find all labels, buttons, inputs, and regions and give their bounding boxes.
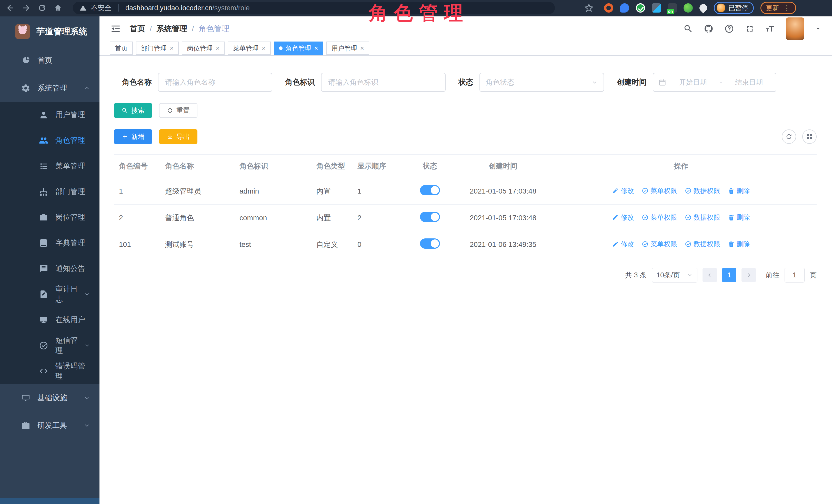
home-icon[interactable] (53, 3, 62, 12)
status-select[interactable]: 角色状态 (479, 73, 604, 92)
sidebar-item-首页[interactable]: 首页 (0, 47, 100, 74)
close-icon[interactable]: × (262, 45, 265, 52)
reload-icon[interactable] (37, 3, 47, 12)
role-code-input[interactable] (321, 73, 446, 92)
blue-grid-extension-icon[interactable] (652, 3, 661, 12)
sidebar-item-错误码管理[interactable]: 错误码管理 (0, 359, 100, 384)
action-修改[interactable]: 修改 (612, 186, 634, 195)
hamburger-icon[interactable] (110, 23, 121, 34)
tab-用户管理[interactable]: 用户管理× (327, 42, 369, 55)
page-size-select[interactable]: 10条/页 (652, 268, 697, 283)
add-button[interactable]: 新增 (114, 129, 152, 144)
green-check-extension-icon[interactable] (636, 3, 645, 12)
address-bar[interactable]: 不安全 dashboard.yudao.iocoder.cn/system/ro… (73, 2, 555, 14)
reset-button[interactable]: 重置 (159, 103, 198, 118)
update-chip[interactable]: 更新 ⋮ (760, 2, 796, 14)
column-settings-button[interactable] (802, 130, 816, 144)
orange-ring-extension-icon[interactable] (604, 3, 613, 12)
security-label[interactable]: 不安全 (91, 3, 111, 12)
refresh-button[interactable] (782, 130, 796, 144)
close-icon[interactable]: × (170, 45, 174, 52)
tab-角色管理[interactable]: 角色管理× (274, 42, 323, 55)
tab-label: 首页 (115, 44, 128, 53)
tab-岗位管理[interactable]: 岗位管理× (182, 42, 225, 55)
goto-page-input[interactable] (785, 268, 805, 283)
start-date-placeholder[interactable]: 开始日期 (671, 78, 715, 87)
action-删除[interactable]: 删除 (728, 213, 750, 222)
page-1-button[interactable]: 1 (722, 268, 736, 282)
search-button[interactable]: 搜索 (114, 103, 152, 118)
action-修改[interactable]: 修改 (612, 213, 634, 222)
tab-部门管理[interactable]: 部门管理× (136, 42, 179, 55)
sidebar-item-通知公告[interactable]: 通知公告 (0, 256, 100, 282)
font-size-icon[interactable] (765, 24, 775, 33)
github-icon[interactable] (704, 24, 713, 33)
status-toggle[interactable] (420, 185, 440, 195)
action-修改[interactable]: 修改 (612, 240, 634, 249)
white-pin-extension-icon[interactable] (698, 3, 709, 13)
action-数据权限[interactable]: 数据权限 (685, 213, 720, 222)
actions-cell: 修改菜单权限数据权限删除 (545, 205, 816, 231)
date-range-picker[interactable]: 开始日期 - 结束日期 (653, 73, 776, 92)
user-avatar[interactable] (786, 18, 804, 40)
actions-cell: 修改菜单权限数据权限删除 (545, 178, 816, 205)
sidebar-item-研发工具[interactable]: 研发工具 (0, 412, 100, 440)
end-date-placeholder[interactable]: 结束日期 (727, 78, 771, 87)
role-code-cell: admin (234, 178, 311, 205)
sidebar-item-审计日志[interactable]: 审计日志 (0, 282, 100, 307)
sidebar-item-部门管理[interactable]: 部门管理 (0, 179, 100, 205)
sidebar-item-菜单管理[interactable]: 菜单管理 (0, 153, 100, 179)
action-菜单权限[interactable]: 菜单权限 (642, 186, 677, 195)
app-logo-row[interactable]: 芋道管理系统 (0, 17, 100, 47)
back-icon[interactable] (6, 3, 15, 12)
green-face-extension-icon[interactable] (683, 3, 693, 12)
user-icon (39, 110, 48, 120)
browser-menu-icon[interactable]: ⋮ (783, 4, 791, 12)
close-icon[interactable]: × (314, 45, 318, 52)
recording-paused-chip[interactable]: 已暂停 (714, 2, 754, 14)
column-header-角色标识: 角色标识 (234, 155, 311, 178)
close-icon[interactable]: × (360, 45, 364, 52)
export-button[interactable]: 导出 (159, 129, 198, 144)
dark-switch-extension-icon[interactable]: on (668, 3, 677, 12)
breadcrumb-item-首页[interactable]: 首页 (130, 24, 145, 34)
role-name-input[interactable] (158, 73, 272, 92)
bookmark-star-icon[interactable] (584, 4, 593, 12)
calendar-icon (658, 78, 666, 86)
action-数据权限[interactable]: 数据权限 (685, 186, 720, 195)
sidebar-item-基础设施[interactable]: 基础设施 (0, 384, 100, 412)
action-删除[interactable]: 删除 (728, 240, 750, 249)
blue-drop-extension-icon[interactable] (620, 3, 629, 12)
content: 角色名称 角色标识 状态 角色状态 创建时间 开始日期 - 结束日期 (100, 73, 832, 283)
help-icon[interactable] (724, 24, 734, 33)
sidebar-item-短信管理[interactable]: 短信管理 (0, 333, 100, 359)
tab-首页[interactable]: 首页 (110, 42, 133, 55)
forward-icon[interactable] (22, 3, 31, 12)
sidebar-item-在线用户[interactable]: 在线用户 (0, 307, 100, 333)
prev-page-button[interactable] (703, 268, 717, 282)
status-toggle[interactable] (420, 238, 440, 249)
sidebar-item-系统管理[interactable]: 系统管理 (0, 74, 100, 102)
tab-菜单管理[interactable]: 菜单管理× (228, 42, 270, 55)
action-菜单权限[interactable]: 菜单权限 (642, 213, 677, 222)
action-删除[interactable]: 删除 (728, 186, 750, 195)
search-icon[interactable] (683, 24, 693, 33)
action-数据权限[interactable]: 数据权限 (685, 240, 720, 249)
caret-down-icon[interactable] (815, 26, 821, 32)
sidebar-item-岗位管理[interactable]: 岗位管理 (0, 205, 100, 230)
sidebar-item-label: 错误码管理 (55, 361, 90, 381)
column-header-状态: 状态 (399, 155, 461, 178)
action-菜单权限[interactable]: 菜单权限 (642, 240, 677, 249)
role-order-cell: 1 (352, 178, 399, 205)
sidebar-item-用户管理[interactable]: 用户管理 (0, 102, 100, 128)
total-count: 共 3 条 (625, 270, 647, 280)
close-icon[interactable]: × (216, 45, 219, 52)
sidebar-item-字典管理[interactable]: 字典管理 (0, 230, 100, 256)
sidebar-item-label: 在线用户 (55, 315, 85, 325)
next-page-button[interactable] (742, 268, 756, 282)
breadcrumb-item-系统管理[interactable]: 系统管理 (156, 24, 187, 34)
table-tools (782, 130, 816, 144)
sidebar-item-角色管理[interactable]: 角色管理 (0, 128, 100, 153)
status-toggle[interactable] (420, 212, 440, 222)
fullscreen-icon[interactable] (745, 24, 755, 33)
